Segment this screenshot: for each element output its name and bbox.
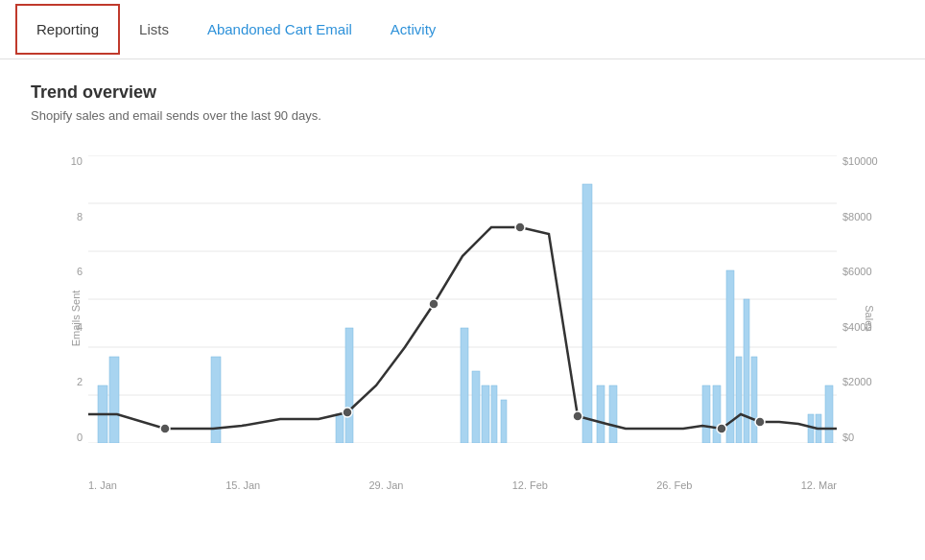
- tab-reporting[interactable]: Reporting: [15, 4, 120, 55]
- page-title: Trend overview: [31, 82, 894, 103]
- svg-rect-17: [582, 184, 592, 443]
- svg-point-31: [429, 299, 439, 309]
- svg-point-34: [717, 424, 726, 433]
- tab-lists[interactable]: Lists: [120, 6, 188, 53]
- svg-rect-20: [702, 385, 710, 443]
- tab-abandoned-cart-email[interactable]: Abandoned Cart Email: [188, 6, 371, 53]
- svg-rect-16: [501, 400, 507, 443]
- svg-point-30: [343, 408, 352, 417]
- page-subtitle: Shopify sales and email sends over the l…: [31, 108, 894, 123]
- page-content: Trend overview Shopify sales and email s…: [0, 59, 925, 560]
- y-axis-left-title: Emails Sent: [70, 291, 82, 347]
- svg-rect-21: [713, 385, 721, 443]
- svg-rect-18: [597, 385, 605, 443]
- svg-rect-9: [211, 357, 221, 443]
- svg-rect-19: [609, 385, 617, 443]
- y-axis-right-title: Sales: [864, 305, 875, 332]
- svg-rect-8: [109, 357, 119, 443]
- nav-tabs-container: Reporting Lists Abandoned Cart Email Act…: [0, 0, 925, 59]
- y-axis-right: $10000 $8000 $6000 $4000 $2000 $0: [837, 155, 885, 443]
- svg-rect-13: [472, 371, 480, 443]
- svg-rect-14: [482, 385, 489, 443]
- x-axis: 1. Jan 15. Jan 29. Jan 12. Feb 26. Feb 1…: [88, 479, 837, 491]
- svg-rect-15: [491, 385, 497, 443]
- svg-rect-25: [751, 357, 757, 443]
- svg-point-32: [515, 222, 525, 232]
- svg-point-33: [573, 411, 582, 421]
- svg-rect-28: [825, 385, 833, 443]
- svg-rect-10: [336, 414, 344, 443]
- svg-point-29: [160, 424, 170, 433]
- svg-rect-23: [736, 357, 742, 443]
- tab-activity[interactable]: Activity: [371, 6, 456, 53]
- svg-rect-11: [345, 328, 353, 443]
- svg-rect-22: [726, 270, 734, 443]
- chart-container: 10 8 6 4 2 0 $10000 $8000 $6000 $4000 $2…: [40, 146, 885, 491]
- svg-point-35: [755, 417, 765, 427]
- svg-rect-12: [461, 328, 468, 443]
- svg-rect-24: [744, 299, 749, 443]
- chart-svg: [88, 155, 837, 443]
